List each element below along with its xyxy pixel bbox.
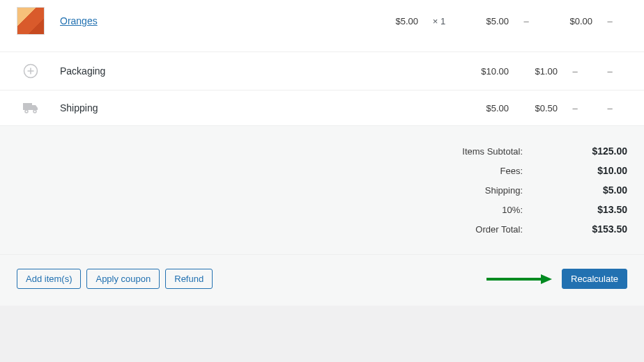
item-actions-placeholder: – [592,16,627,26]
svg-point-4 [25,110,28,113]
shipping-total: $5.00 [460,103,509,113]
totals-label: Items Subtotal: [300,146,523,157]
apply-coupon-button[interactable]: Apply coupon [86,269,160,289]
order-totals: Items Subtotal: $125.00 Fees: $10.00 Shi… [0,126,644,255]
order-actions-bar: Add item(s) Apply coupon Refund Recalcul… [0,255,644,306]
svg-rect-3 [23,103,32,110]
totals-value: $5.00 [523,184,627,196]
fee-dash-1: – [558,66,592,77]
shipping-icon [17,102,45,114]
product-link[interactable]: Oranges [60,15,98,26]
order-item-row: Oranges $5.00 × 1 $5.00 – $0.00 – [0,0,644,52]
totals-label: Fees: [300,166,523,176]
item-qty: × 1 [418,16,460,26]
shipping-tax: $0.50 [509,103,558,113]
totals-row-fees: Fees: $10.00 [17,161,627,180]
totals-label: Shipping: [300,185,523,196]
refund-button[interactable]: Refund [165,269,213,289]
svg-point-5 [33,110,36,113]
product-thumbnail[interactable] [17,7,45,35]
annotation-arrow-icon [484,272,553,286]
fee-total: $10.00 [460,66,509,77]
product-name-cell: Oranges [60,15,369,26]
add-items-button[interactable]: Add item(s) [17,269,81,289]
totals-row-subtotal: Items Subtotal: $125.00 [17,141,627,161]
totals-label: 10%: [300,205,523,215]
shipping-name: Shipping [60,102,369,113]
totals-row-order-total: Order Total: $153.50 [17,219,627,239]
fee-name: Packaging [60,65,369,77]
fee-row: Packaging $10.00 $1.00 – – [0,52,644,90]
shipping-dash-1: – [558,103,592,113]
recalculate-button[interactable]: Recalculate [562,269,627,289]
fee-dash-2: – [592,66,627,77]
shipping-row: Shipping $5.00 $0.50 – – [0,90,644,126]
totals-row-shipping: Shipping: $5.00 [17,180,627,200]
item-tax: $0.00 [544,16,592,26]
fee-tax: $1.00 [509,66,558,77]
shipping-dash-2: – [592,103,627,113]
totals-value: $10.00 [523,165,627,176]
totals-label: Order Total: [300,224,523,235]
svg-marker-7 [541,274,552,284]
totals-value: $13.50 [523,204,627,215]
add-fee-icon[interactable] [17,63,45,79]
item-cost: $5.00 [369,16,418,26]
item-total: $5.00 [460,16,509,26]
totals-row-tax: 10%: $13.50 [17,200,627,219]
totals-value: $125.00 [523,145,627,157]
item-discount-placeholder: – [509,16,544,26]
totals-value: $153.50 [523,223,627,235]
